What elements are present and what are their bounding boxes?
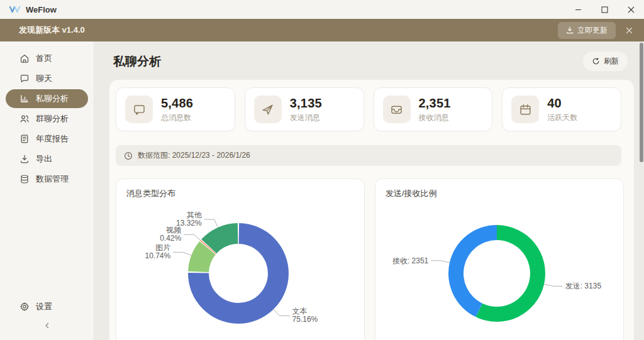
main-content: 私聊分析 刷新 5,486 总消息数 bbox=[94, 41, 644, 340]
sidebar-item-label: 聊天 bbox=[36, 73, 52, 84]
chevron-left-icon bbox=[43, 321, 52, 330]
export-download-icon bbox=[19, 154, 30, 164]
sidebar-item-label: 私聊分析 bbox=[36, 93, 69, 104]
chart-title: 消息类型分布 bbox=[126, 188, 354, 199]
minimize-icon bbox=[575, 6, 582, 13]
window-controls bbox=[565, 0, 644, 19]
svg-text:其他13.32%: 其他13.32% bbox=[176, 211, 203, 228]
sidebar-item-chat[interactable]: 聊天 bbox=[6, 69, 88, 88]
message-bubble-icon bbox=[125, 96, 153, 123]
sidebar-item-export[interactable]: 导出 bbox=[6, 150, 88, 168]
stat-label: 接收消息 bbox=[419, 112, 451, 123]
close-icon bbox=[626, 27, 633, 34]
chart-card-send-receive-ratio: 发送/接收比例 发送: 3135接收: 2351 bbox=[375, 178, 624, 340]
sidebar-item-data-management[interactable]: 数据管理 bbox=[6, 170, 88, 189]
weflow-logo-icon bbox=[9, 5, 21, 14]
content-panel: 5,486 总消息数 3,135 发送消息 bbox=[109, 80, 634, 340]
sidebar-item-label: 群聊分析 bbox=[36, 113, 69, 124]
page-title: 私聊分析 bbox=[113, 53, 161, 70]
svg-text:接收: 2351: 接收: 2351 bbox=[392, 256, 429, 265]
calendar-icon bbox=[511, 96, 539, 123]
clock-icon bbox=[124, 151, 133, 160]
home-icon bbox=[19, 53, 30, 63]
collapse-sidebar-button[interactable] bbox=[0, 316, 94, 336]
sidebar-item-label: 年度报告 bbox=[36, 133, 69, 145]
chat-bubble-icon bbox=[19, 74, 30, 84]
database-icon bbox=[19, 174, 30, 184]
refresh-icon bbox=[592, 57, 600, 65]
sidebar-item-label: 首页 bbox=[36, 53, 52, 64]
users-icon bbox=[19, 114, 30, 124]
stat-value: 5,486 bbox=[161, 96, 193, 111]
sidebar: 首页 聊天 私聊分析 群聊分析 bbox=[0, 41, 94, 340]
refresh-label: 刷新 bbox=[604, 56, 619, 67]
svg-text:发送: 3135: 发送: 3135 bbox=[565, 282, 602, 290]
download-icon bbox=[566, 26, 574, 34]
stat-label: 总消息数 bbox=[161, 112, 193, 123]
sidebar-item-label: 数据管理 bbox=[36, 173, 69, 185]
stat-value: 40 bbox=[547, 96, 577, 111]
stat-label: 发送消息 bbox=[290, 112, 322, 123]
refresh-button[interactable]: 刷新 bbox=[583, 52, 628, 71]
maximize-icon bbox=[601, 6, 608, 13]
sidebar-item-label: 导出 bbox=[36, 153, 52, 165]
svg-text:图片10.74%: 图片10.74% bbox=[145, 243, 171, 260]
vertical-scrollbar[interactable] bbox=[640, 43, 643, 162]
donut-chart-send-receive[interactable]: 发送: 3135接收: 2351 bbox=[386, 207, 613, 340]
donut-chart-message-types[interactable]: 文本75.16%图片10.74%视频0.42%其他13.32% bbox=[126, 207, 354, 340]
chart-title: 发送/接收比例 bbox=[386, 188, 613, 199]
sidebar-item-settings[interactable]: 设置 bbox=[6, 297, 88, 316]
close-window-button[interactable] bbox=[618, 0, 644, 19]
stat-value: 2,351 bbox=[419, 96, 451, 111]
update-banner: 发现新版本 v1.4.0 立即更新 bbox=[0, 19, 644, 41]
maximize-button[interactable] bbox=[591, 0, 618, 19]
sidebar-item-home[interactable]: 首页 bbox=[6, 49, 88, 68]
stat-card-active-days: 40 活跃天数 bbox=[502, 87, 621, 131]
svg-text:视频0.42%: 视频0.42% bbox=[160, 226, 181, 243]
stat-label: 活跃天数 bbox=[547, 112, 577, 123]
paper-plane-icon bbox=[254, 96, 282, 123]
sidebar-item-label: 设置 bbox=[36, 301, 52, 312]
stat-card-received-messages: 2,351 接收消息 bbox=[374, 87, 493, 131]
sidebar-item-private-chat-analysis[interactable]: 私聊分析 bbox=[6, 89, 88, 108]
minimize-button[interactable] bbox=[565, 0, 591, 19]
stat-value: 3,135 bbox=[290, 96, 322, 111]
gear-icon bbox=[19, 302, 30, 312]
date-range-bar: 数据范围: 2025/12/23 - 2026/1/26 bbox=[116, 145, 621, 166]
inbox-icon bbox=[383, 96, 411, 123]
stat-card-total-messages: 5,486 总消息数 bbox=[116, 87, 235, 131]
chart-card-message-types: 消息类型分布 文本75.16%图片10.74%视频0.42%其他13.32% bbox=[116, 178, 365, 340]
bar-chart-icon bbox=[19, 94, 30, 104]
svg-text:文本75.16%: 文本75.16% bbox=[292, 307, 318, 324]
date-range-text: 数据范围: 2025/12/23 - 2026/1/26 bbox=[138, 150, 250, 161]
titlebar: WeFlow bbox=[0, 0, 644, 19]
app-title: WeFlow bbox=[26, 5, 57, 14]
update-now-button[interactable]: 立即更新 bbox=[558, 22, 616, 39]
stat-card-sent-messages: 3,135 发送消息 bbox=[245, 87, 364, 131]
document-icon bbox=[19, 134, 30, 144]
update-banner-text: 发现新版本 v1.4.0 bbox=[19, 25, 85, 36]
app-brand: WeFlow bbox=[0, 5, 57, 14]
sidebar-item-annual-report[interactable]: 年度报告 bbox=[6, 129, 88, 148]
sidebar-item-group-chat-analysis[interactable]: 群聊分析 bbox=[6, 109, 88, 128]
dismiss-banner-button[interactable] bbox=[626, 27, 633, 34]
update-now-label: 立即更新 bbox=[577, 25, 608, 36]
close-icon bbox=[628, 6, 635, 13]
